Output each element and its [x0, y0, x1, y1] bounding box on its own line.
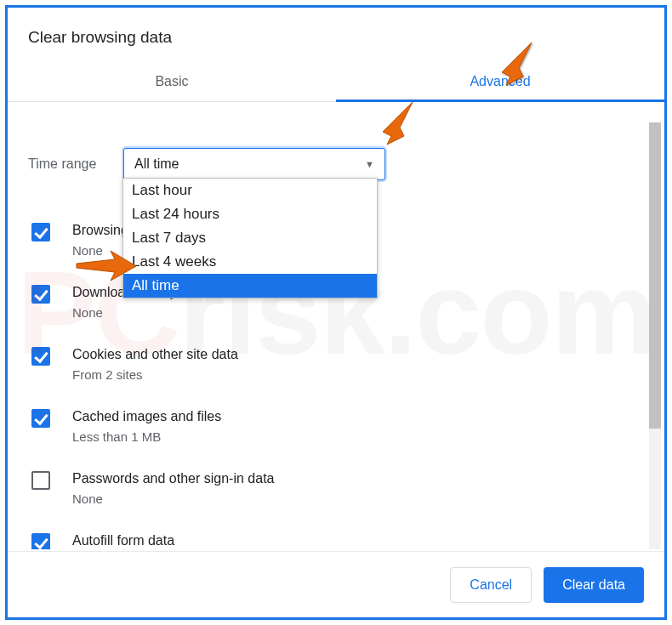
checkbox-download-history[interactable] [31, 285, 50, 304]
checkbox-autofill[interactable] [31, 533, 50, 549]
list-item: Cached images and files Less than 1 MB [28, 397, 644, 459]
time-range-value: All time [134, 156, 365, 172]
dialog-title: Clear browsing data [8, 8, 664, 64]
item-subtitle: None [72, 305, 644, 320]
tabs: Basic Advanced [8, 64, 664, 102]
dropdown-option-all-time[interactable]: All time [123, 274, 377, 298]
dropdown-option-last-4-weeks[interactable]: Last 4 weeks [123, 250, 377, 274]
dropdown-option-last-24-hours[interactable]: Last 24 hours [123, 202, 377, 226]
cancel-button[interactable]: Cancel [450, 567, 532, 603]
checkbox-cookies[interactable] [31, 347, 50, 366]
checkbox-cached-images[interactable] [31, 409, 50, 428]
list-item: Cookies and other site data From 2 sites [28, 335, 644, 397]
dialog-footer: Cancel Clear data [8, 551, 664, 617]
item-title: Cached images and files [72, 407, 644, 426]
scroll-area: Time range All time ▼ Last hour Last 24 … [8, 122, 664, 549]
list-item: Autofill form data [28, 521, 644, 549]
list-item: Passwords and other sign-in data None [28, 459, 644, 521]
tab-advanced[interactable]: Advanced [336, 64, 664, 101]
item-subtitle: Less than 1 MB [72, 429, 644, 444]
chevron-down-icon: ▼ [365, 159, 374, 169]
content: Time range All time ▼ Last hour Last 24 … [8, 122, 664, 549]
time-range-row: Time range All time ▼ Last hour Last 24 … [28, 148, 644, 180]
checkbox-browsing-history[interactable] [31, 223, 50, 241]
item-title: Autofill form data [72, 531, 644, 549]
item-title: Passwords and other sign-in data [72, 469, 644, 488]
time-range-label: Time range [28, 156, 123, 172]
dropdown-option-last-7-days[interactable]: Last 7 days [123, 226, 377, 250]
checkbox-passwords[interactable] [31, 471, 50, 490]
time-range-select[interactable]: All time ▼ Last hour Last 24 hours Last … [123, 148, 385, 180]
item-subtitle: From 2 sites [72, 367, 644, 382]
item-title: Cookies and other site data [72, 345, 644, 364]
time-range-dropdown: Last hour Last 24 hours Last 7 days Last… [122, 178, 378, 298]
dialog-frame: PCrisk.com Clear browsing data Basic Adv… [5, 5, 667, 620]
tab-basic[interactable]: Basic [8, 64, 336, 101]
scrollbar-thumb[interactable] [649, 122, 661, 429]
clear-data-button[interactable]: Clear data [544, 567, 644, 603]
item-subtitle: None [72, 491, 644, 506]
dropdown-option-last-hour[interactable]: Last hour [123, 179, 377, 202]
